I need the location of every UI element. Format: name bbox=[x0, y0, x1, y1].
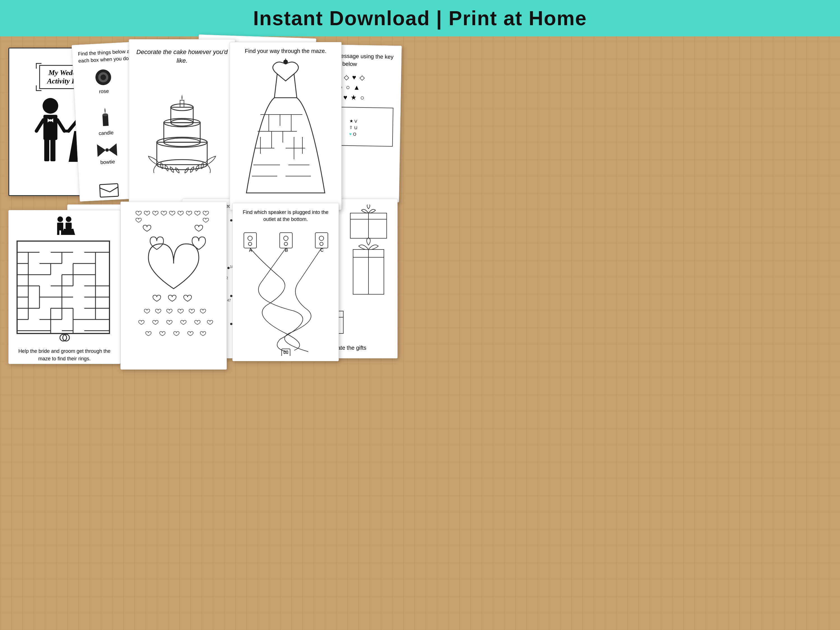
svg-point-164 bbox=[248, 236, 252, 240]
cake-page: Decorate the cake however you'd like. bbox=[129, 39, 235, 207]
svg-point-117 bbox=[230, 219, 232, 221]
svg-point-172 bbox=[319, 236, 324, 240]
couple-icon-small bbox=[53, 216, 76, 235]
cake-instruction: Decorate the cake however you'd like. bbox=[135, 48, 229, 65]
header-title: Instant Download | Print at Home bbox=[253, 7, 587, 30]
maze-caption: Help the bride and groom get through the… bbox=[14, 347, 115, 363]
key-row-o: ♥O bbox=[349, 131, 390, 137]
svg-point-6 bbox=[49, 119, 52, 122]
svg-point-74 bbox=[66, 216, 71, 222]
svg-point-168 bbox=[284, 236, 288, 240]
cake-svg bbox=[140, 74, 224, 186]
svg-line-7 bbox=[36, 120, 43, 131]
content-area: My Wedding Activity Book bbox=[0, 36, 840, 630]
item-rose-label: rose bbox=[99, 88, 109, 95]
scavenger-item-bowtie: bowtie bbox=[83, 141, 133, 178]
svg-point-160 bbox=[230, 323, 232, 325]
svg-point-137 bbox=[227, 267, 230, 269]
svg-rect-1 bbox=[43, 115, 57, 140]
svg-point-26 bbox=[105, 148, 109, 152]
svg-rect-71 bbox=[57, 223, 63, 231]
svg-point-155 bbox=[230, 295, 232, 297]
svg-point-70 bbox=[57, 216, 63, 222]
svg-rect-72 bbox=[57, 230, 59, 235]
hearts-svg bbox=[126, 207, 221, 359]
svg-point-173 bbox=[320, 242, 323, 246]
svg-rect-177 bbox=[286, 351, 288, 354]
svg-point-169 bbox=[284, 242, 287, 246]
svg-rect-3 bbox=[51, 139, 55, 161]
bottom-maze-page: Help the bride and groom get through the… bbox=[8, 210, 120, 364]
svg-text:47: 47 bbox=[227, 298, 231, 302]
speaker-page: Find which speaker is plugged into the o… bbox=[232, 203, 339, 361]
key-row-v: ★V bbox=[349, 118, 390, 124]
key-row-u: ⇧U bbox=[349, 125, 390, 131]
svg-rect-28 bbox=[99, 184, 118, 197]
svg-rect-75 bbox=[66, 223, 72, 229]
svg-marker-76 bbox=[62, 229, 75, 235]
svg-rect-175 bbox=[282, 349, 290, 356]
item-card-label: card bbox=[105, 199, 115, 202]
dress-maze-page: Find your way through the maze. bbox=[230, 42, 342, 210]
svg-point-0 bbox=[43, 98, 58, 114]
svg-rect-21 bbox=[103, 115, 109, 126]
speaker-title: Find which speaker is plugged into the o… bbox=[238, 209, 333, 223]
hearts-page bbox=[120, 202, 227, 369]
svg-marker-25 bbox=[108, 144, 117, 156]
dress-maze-instruction: Find your way through the maze. bbox=[245, 48, 326, 54]
speaker-maze-svg: A B C bbox=[238, 227, 333, 356]
scavenger-item-card: card bbox=[85, 180, 134, 202]
header-banner: Instant Download | Print at Home bbox=[0, 0, 840, 36]
item-candle-label: candle bbox=[99, 130, 114, 137]
scavenger-item-candle: candle bbox=[81, 105, 130, 140]
bottom-maze-svg bbox=[14, 238, 112, 345]
svg-line-8 bbox=[57, 120, 65, 131]
svg-marker-24 bbox=[97, 144, 106, 157]
svg-rect-2 bbox=[44, 139, 49, 161]
item-bowtie-label: bowtie bbox=[100, 159, 115, 166]
dress-maze-svg bbox=[238, 58, 333, 199]
svg-point-165 bbox=[248, 242, 252, 246]
scavenger-item-rose: rose bbox=[79, 66, 128, 104]
